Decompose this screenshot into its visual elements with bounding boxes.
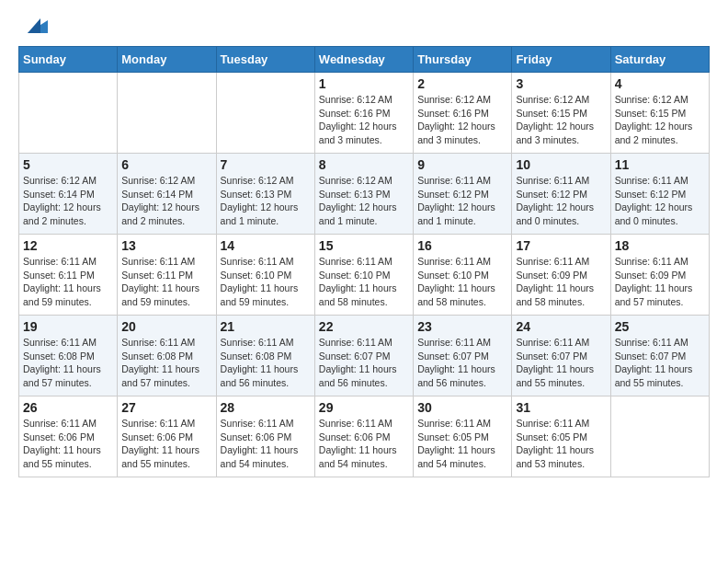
day-number: 8 bbox=[319, 157, 409, 172]
day-number: 22 bbox=[319, 319, 409, 334]
day-info: Sunrise: 6:12 AM Sunset: 6:15 PM Dayligh… bbox=[516, 93, 606, 147]
calendar-cell: 29Sunrise: 6:11 AM Sunset: 6:06 PM Dayli… bbox=[314, 396, 413, 477]
weekday-header-tuesday: Tuesday bbox=[216, 47, 314, 73]
calendar-cell: 24Sunrise: 6:11 AM Sunset: 6:07 PM Dayli… bbox=[512, 316, 610, 396]
day-info: Sunrise: 6:11 AM Sunset: 6:05 PM Dayligh… bbox=[417, 417, 507, 471]
calendar-cell: 5Sunrise: 6:12 AM Sunset: 6:14 PM Daylig… bbox=[19, 154, 118, 235]
day-info: Sunrise: 6:11 AM Sunset: 6:06 PM Dayligh… bbox=[121, 417, 211, 471]
day-info: Sunrise: 6:11 AM Sunset: 6:06 PM Dayligh… bbox=[23, 417, 113, 471]
day-info: Sunrise: 6:11 AM Sunset: 6:07 PM Dayligh… bbox=[319, 336, 409, 390]
header bbox=[18, 9, 710, 39]
weekday-header-row: SundayMondayTuesdayWednesdayThursdayFrid… bbox=[19, 47, 710, 73]
day-number: 13 bbox=[121, 238, 211, 253]
day-info: Sunrise: 6:11 AM Sunset: 6:06 PM Dayligh… bbox=[221, 417, 311, 471]
calendar-cell bbox=[118, 73, 216, 154]
day-number: 27 bbox=[121, 400, 211, 415]
calendar-cell: 30Sunrise: 6:11 AM Sunset: 6:05 PM Dayli… bbox=[414, 396, 512, 477]
calendar-cell: 31Sunrise: 6:11 AM Sunset: 6:05 PM Dayli… bbox=[512, 396, 610, 477]
day-number: 23 bbox=[417, 319, 507, 334]
day-info: Sunrise: 6:12 AM Sunset: 6:15 PM Dayligh… bbox=[615, 93, 705, 147]
calendar-cell bbox=[216, 73, 314, 154]
day-number: 17 bbox=[516, 238, 606, 253]
day-info: Sunrise: 6:11 AM Sunset: 6:07 PM Dayligh… bbox=[516, 336, 606, 390]
calendar-cell: 19Sunrise: 6:11 AM Sunset: 6:08 PM Dayli… bbox=[19, 316, 118, 396]
calendar-cell: 9Sunrise: 6:11 AM Sunset: 6:12 PM Daylig… bbox=[414, 154, 512, 235]
day-info: Sunrise: 6:11 AM Sunset: 6:12 PM Dayligh… bbox=[417, 174, 507, 228]
calendar-cell: 7Sunrise: 6:12 AM Sunset: 6:13 PM Daylig… bbox=[216, 154, 314, 235]
calendar-cell: 14Sunrise: 6:11 AM Sunset: 6:10 PM Dayli… bbox=[216, 235, 314, 316]
calendar-cell: 26Sunrise: 6:11 AM Sunset: 6:06 PM Dayli… bbox=[19, 396, 118, 477]
day-info: Sunrise: 6:11 AM Sunset: 6:12 PM Dayligh… bbox=[516, 174, 606, 228]
calendar-cell bbox=[19, 73, 118, 154]
day-info: Sunrise: 6:11 AM Sunset: 6:08 PM Dayligh… bbox=[121, 336, 211, 390]
day-number: 5 bbox=[23, 157, 113, 172]
day-number: 29 bbox=[319, 400, 409, 415]
day-info: Sunrise: 6:11 AM Sunset: 6:10 PM Dayligh… bbox=[417, 255, 507, 309]
day-info: Sunrise: 6:12 AM Sunset: 6:16 PM Dayligh… bbox=[319, 93, 409, 147]
day-number: 6 bbox=[121, 157, 211, 172]
calendar-cell: 17Sunrise: 6:11 AM Sunset: 6:09 PM Dayli… bbox=[512, 235, 610, 316]
calendar-cell: 18Sunrise: 6:11 AM Sunset: 6:09 PM Dayli… bbox=[610, 235, 709, 316]
day-number: 18 bbox=[615, 238, 705, 253]
calendar-cell: 13Sunrise: 6:11 AM Sunset: 6:11 PM Dayli… bbox=[118, 235, 216, 316]
day-number: 11 bbox=[615, 157, 705, 172]
day-info: Sunrise: 6:12 AM Sunset: 6:13 PM Dayligh… bbox=[221, 174, 311, 228]
weekday-header-saturday: Saturday bbox=[610, 47, 709, 73]
day-info: Sunrise: 6:11 AM Sunset: 6:08 PM Dayligh… bbox=[23, 336, 113, 390]
day-number: 21 bbox=[221, 319, 311, 334]
weekday-header-sunday: Sunday bbox=[19, 47, 118, 73]
calendar-cell: 27Sunrise: 6:11 AM Sunset: 6:06 PM Dayli… bbox=[118, 396, 216, 477]
calendar-cell: 1Sunrise: 6:12 AM Sunset: 6:16 PM Daylig… bbox=[314, 73, 413, 154]
calendar-cell: 6Sunrise: 6:12 AM Sunset: 6:14 PM Daylig… bbox=[118, 154, 216, 235]
calendar-cell: 8Sunrise: 6:12 AM Sunset: 6:13 PM Daylig… bbox=[314, 154, 413, 235]
calendar-cell: 20Sunrise: 6:11 AM Sunset: 6:08 PM Dayli… bbox=[118, 316, 216, 396]
calendar-cell: 12Sunrise: 6:11 AM Sunset: 6:11 PM Dayli… bbox=[19, 235, 118, 316]
calendar-cell bbox=[610, 396, 709, 477]
day-number: 24 bbox=[516, 319, 606, 334]
day-info: Sunrise: 6:11 AM Sunset: 6:11 PM Dayligh… bbox=[121, 255, 211, 309]
weekday-header-monday: Monday bbox=[118, 47, 216, 73]
week-row-1: 1Sunrise: 6:12 AM Sunset: 6:16 PM Daylig… bbox=[19, 73, 710, 154]
day-number: 3 bbox=[516, 76, 606, 91]
calendar-cell: 15Sunrise: 6:11 AM Sunset: 6:10 PM Dayli… bbox=[314, 235, 413, 316]
day-number: 28 bbox=[221, 400, 311, 415]
calendar-cell: 10Sunrise: 6:11 AM Sunset: 6:12 PM Dayli… bbox=[512, 154, 610, 235]
day-number: 31 bbox=[516, 400, 606, 415]
day-info: Sunrise: 6:11 AM Sunset: 6:07 PM Dayligh… bbox=[615, 336, 705, 390]
day-info: Sunrise: 6:11 AM Sunset: 6:06 PM Dayligh… bbox=[319, 417, 409, 471]
day-number: 16 bbox=[417, 238, 507, 253]
day-number: 14 bbox=[221, 238, 311, 253]
day-info: Sunrise: 6:11 AM Sunset: 6:09 PM Dayligh… bbox=[615, 255, 705, 309]
day-number: 26 bbox=[23, 400, 113, 415]
day-info: Sunrise: 6:11 AM Sunset: 6:10 PM Dayligh… bbox=[221, 255, 311, 309]
day-number: 7 bbox=[221, 157, 311, 172]
page: SundayMondayTuesdayWednesdayThursdayFrid… bbox=[0, 0, 728, 563]
weekday-header-wednesday: Wednesday bbox=[314, 47, 413, 73]
svg-marker-1 bbox=[28, 18, 40, 33]
calendar-cell: 22Sunrise: 6:11 AM Sunset: 6:07 PM Dayli… bbox=[314, 316, 413, 396]
day-number: 30 bbox=[417, 400, 507, 415]
day-info: Sunrise: 6:11 AM Sunset: 6:10 PM Dayligh… bbox=[319, 255, 409, 309]
day-number: 12 bbox=[23, 238, 113, 253]
day-number: 1 bbox=[319, 76, 409, 91]
week-row-3: 12Sunrise: 6:11 AM Sunset: 6:11 PM Dayli… bbox=[19, 235, 710, 316]
day-number: 2 bbox=[417, 76, 507, 91]
logo-icon bbox=[22, 13, 48, 39]
week-row-4: 19Sunrise: 6:11 AM Sunset: 6:08 PM Dayli… bbox=[19, 316, 710, 396]
calendar-cell: 21Sunrise: 6:11 AM Sunset: 6:08 PM Dayli… bbox=[216, 316, 314, 396]
day-info: Sunrise: 6:12 AM Sunset: 6:14 PM Dayligh… bbox=[121, 174, 211, 228]
calendar-cell: 2Sunrise: 6:12 AM Sunset: 6:16 PM Daylig… bbox=[414, 73, 512, 154]
day-number: 9 bbox=[417, 157, 507, 172]
week-row-5: 26Sunrise: 6:11 AM Sunset: 6:06 PM Dayli… bbox=[19, 396, 710, 477]
day-number: 4 bbox=[615, 76, 705, 91]
calendar-table: SundayMondayTuesdayWednesdayThursdayFrid… bbox=[18, 46, 710, 477]
day-number: 15 bbox=[319, 238, 409, 253]
day-number: 19 bbox=[23, 319, 113, 334]
day-info: Sunrise: 6:11 AM Sunset: 6:07 PM Dayligh… bbox=[417, 336, 507, 390]
logo bbox=[18, 15, 48, 39]
weekday-header-thursday: Thursday bbox=[414, 47, 512, 73]
calendar-cell: 28Sunrise: 6:11 AM Sunset: 6:06 PM Dayli… bbox=[216, 396, 314, 477]
calendar-cell: 25Sunrise: 6:11 AM Sunset: 6:07 PM Dayli… bbox=[610, 316, 709, 396]
day-info: Sunrise: 6:11 AM Sunset: 6:05 PM Dayligh… bbox=[516, 417, 606, 471]
day-info: Sunrise: 6:12 AM Sunset: 6:16 PM Dayligh… bbox=[417, 93, 507, 147]
